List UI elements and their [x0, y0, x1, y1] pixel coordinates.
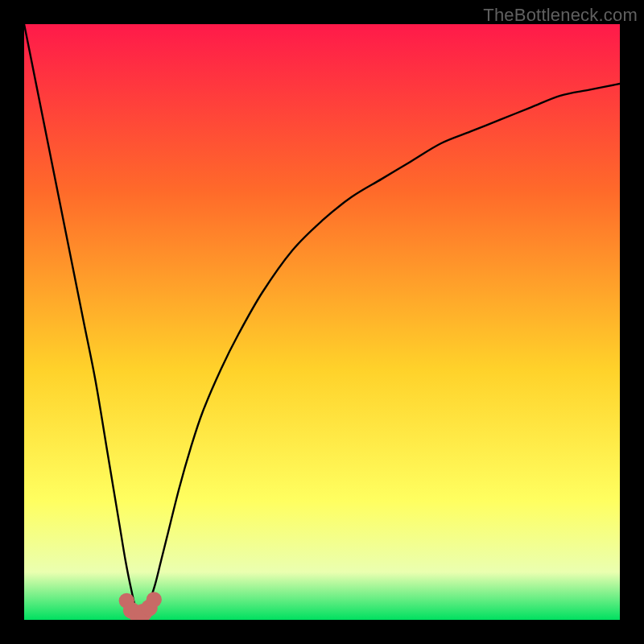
chart-frame [24, 24, 620, 620]
gradient-background [24, 24, 620, 620]
bottleneck-chart [24, 24, 620, 620]
watermark-text: TheBottleneck.com [483, 5, 638, 26]
sweet-spot-dot [147, 592, 162, 607]
